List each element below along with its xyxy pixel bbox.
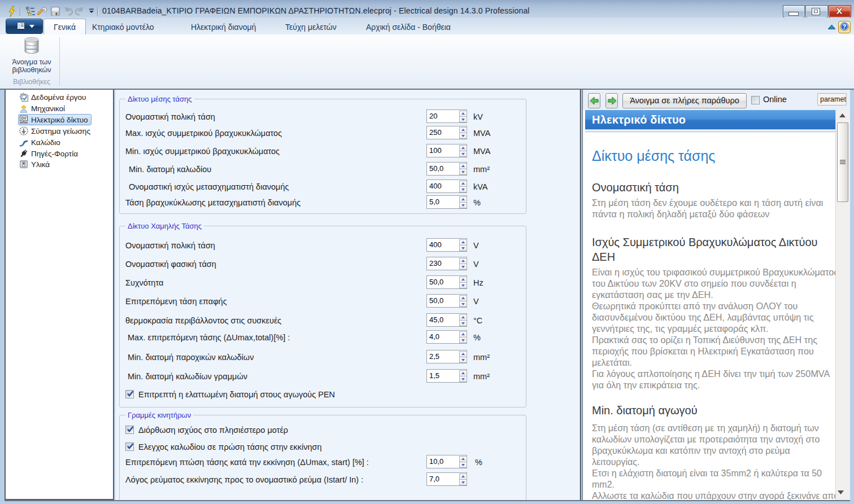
svg-text:DV: DV <box>21 116 27 120</box>
svg-text:?: ? <box>843 23 846 30</box>
